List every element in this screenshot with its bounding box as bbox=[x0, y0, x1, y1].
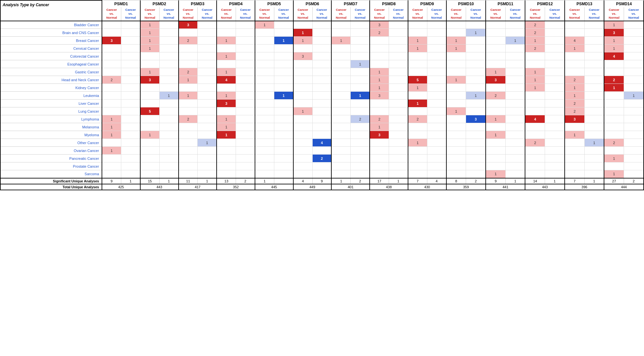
cancer-name-cell: Cervical Cancer bbox=[0, 45, 102, 52]
sub-blue-label: Cancervs.Normal bbox=[317, 8, 327, 20]
data-cell-blue bbox=[545, 84, 565, 92]
main-container: Analysis Type by Cancer PSMD1PSMD2PSMD3P… bbox=[0, 0, 644, 190]
data-cell-red bbox=[408, 170, 427, 178]
data-cell-red bbox=[525, 162, 545, 170]
data-cell-blue bbox=[121, 170, 140, 178]
data-cell-red bbox=[408, 131, 427, 139]
psmd-sub-header-blue-psmd1: Cancervs.Normal bbox=[121, 7, 140, 21]
data-cell-red bbox=[102, 107, 121, 115]
data-cell-blue bbox=[427, 92, 446, 100]
sig-red-val: 1 bbox=[331, 178, 350, 184]
data-cell-red bbox=[331, 21, 350, 29]
psmd-header-psmd14: PSMD14 bbox=[604, 0, 644, 7]
data-cell-red bbox=[525, 52, 545, 60]
psmd-id-psmd6: PSMD6 bbox=[305, 2, 319, 6]
total-unique-row: Total Unique Analyses4254434173524454494… bbox=[0, 184, 644, 190]
data-cell-blue bbox=[159, 68, 178, 76]
data-cell-red bbox=[331, 155, 350, 162]
data-cell-red: 1 bbox=[408, 100, 427, 107]
data-cell-red: 1 bbox=[408, 37, 427, 45]
table-row: Pancreatic Cancer21 bbox=[0, 155, 644, 162]
data-cell-red: 1 bbox=[179, 76, 198, 84]
data-cell-blue bbox=[584, 131, 604, 139]
data-cell-blue bbox=[159, 100, 178, 107]
psmd-header-psmd6: PSMD6 bbox=[293, 0, 332, 7]
data-cell-red bbox=[255, 37, 274, 45]
data-cell-blue bbox=[427, 139, 446, 147]
data-cell-blue bbox=[351, 107, 370, 115]
sig-red-val: 8 bbox=[446, 178, 466, 184]
data-cell-red bbox=[446, 115, 466, 123]
psmd-sub-header-red-psmd3: Cancervs.Normal bbox=[179, 7, 198, 21]
data-cell-blue bbox=[505, 76, 525, 84]
data-cell-blue bbox=[159, 170, 178, 178]
sub-blue-label: Cancervs.Normal bbox=[589, 8, 600, 20]
data-cell-red bbox=[293, 123, 312, 131]
data-cell-red: 1 bbox=[217, 123, 236, 131]
data-cell-red: 1 bbox=[446, 45, 466, 52]
data-cell-red bbox=[331, 92, 350, 100]
data-cell-blue bbox=[389, 107, 408, 115]
data-cell-blue bbox=[121, 139, 140, 147]
cancer-name-cell: Liver Cancer bbox=[0, 100, 102, 107]
data-cell-red bbox=[565, 21, 584, 29]
data-cell-blue bbox=[545, 170, 565, 178]
data-cell-red bbox=[179, 107, 198, 115]
data-cell-red bbox=[217, 107, 236, 115]
data-cell-red bbox=[140, 84, 159, 92]
data-cell-red bbox=[408, 29, 427, 37]
data-cell-blue bbox=[389, 45, 408, 52]
data-cell-blue bbox=[389, 52, 408, 60]
data-cell-red: 2 bbox=[102, 76, 121, 84]
psmd-id-psmd13: PSMD13 bbox=[576, 2, 592, 6]
data-cell-blue bbox=[505, 68, 525, 76]
data-cell-red bbox=[446, 100, 466, 107]
total-val: 430 bbox=[408, 184, 446, 190]
total-val: 443 bbox=[525, 184, 564, 190]
data-cell-blue bbox=[505, 123, 525, 131]
data-cell-blue bbox=[198, 123, 217, 131]
data-cell-blue bbox=[389, 139, 408, 147]
data-cell-red bbox=[293, 76, 312, 84]
data-cell-blue bbox=[236, 115, 255, 123]
data-cell-blue: 1 bbox=[274, 37, 293, 45]
data-cell-blue bbox=[121, 123, 140, 131]
data-cell-blue bbox=[466, 21, 486, 29]
data-cell-red bbox=[446, 29, 466, 37]
sig-red-val: 13 bbox=[217, 178, 236, 184]
data-cell-red bbox=[446, 52, 466, 60]
sub-blue-label: Cancervs.Normal bbox=[549, 8, 560, 20]
data-cell-red: 3 bbox=[604, 29, 624, 37]
psmd-id-psmd9: PSMD9 bbox=[420, 2, 434, 6]
data-cell-blue bbox=[198, 170, 217, 178]
data-cell-blue bbox=[159, 155, 178, 162]
data-cell-red bbox=[408, 162, 427, 170]
data-cell-blue bbox=[236, 131, 255, 139]
data-cell-red: 2 bbox=[179, 115, 198, 123]
data-cell-red bbox=[525, 131, 545, 139]
psmd-sub-header-red-psmd5: Cancervs.Normal bbox=[255, 7, 274, 21]
table-row: Head and Neck Cancer23141513122 bbox=[0, 76, 644, 84]
data-cell-blue bbox=[312, 52, 331, 60]
data-cell-red bbox=[102, 29, 121, 37]
data-cell-blue bbox=[584, 21, 604, 29]
data-cell-red bbox=[408, 107, 427, 115]
data-cell-red: 1 bbox=[370, 76, 389, 84]
data-cell-blue bbox=[427, 76, 446, 84]
data-cell-blue bbox=[351, 139, 370, 147]
psmd-id-psmd11: PSMD11 bbox=[498, 2, 513, 6]
data-cell-blue bbox=[545, 139, 565, 147]
sig-red-val: 27 bbox=[604, 178, 624, 184]
total-val: 445 bbox=[255, 184, 293, 190]
data-cell-blue bbox=[584, 60, 604, 68]
data-cell-blue bbox=[466, 107, 486, 115]
data-cell-blue bbox=[505, 162, 525, 170]
sig-blue-val: 1 bbox=[545, 178, 565, 184]
data-cell-blue bbox=[121, 100, 140, 107]
table-row: Melanoma111 bbox=[0, 123, 644, 131]
data-cell-blue bbox=[121, 162, 140, 170]
data-cell-blue bbox=[236, 68, 255, 76]
data-cell-red: 1 bbox=[102, 131, 121, 139]
data-cell-blue bbox=[274, 115, 293, 123]
data-cell-blue bbox=[159, 76, 178, 84]
